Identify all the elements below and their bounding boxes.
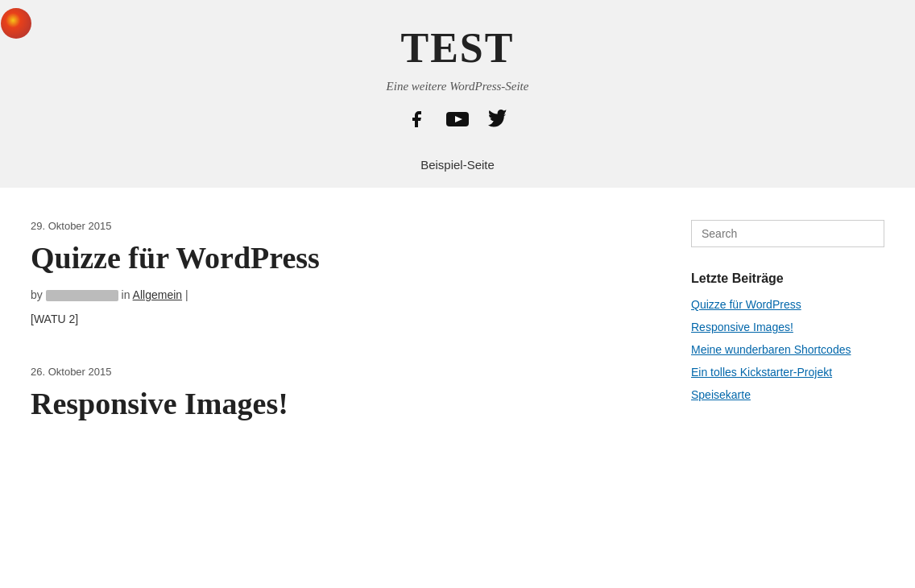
list-item: Quizze für WordPress [691, 297, 884, 312]
site-title: TEST [16, 24, 899, 72]
recent-post-link-3[interactable]: Ein tolles Kickstarter-Projekt [691, 366, 832, 379]
main-navigation: Beispiel-Seite [16, 150, 899, 172]
post-1-meta: by in Allgemein | [31, 288, 643, 301]
post-1-date: 29. Oktober 2015 [31, 220, 643, 232]
recent-post-link-4[interactable]: Speisekarte [691, 388, 751, 401]
post-1-author-label: by [31, 288, 43, 301]
post-1-author-redacted [46, 290, 118, 301]
list-item: Meine wunderbaren Shortcodes [691, 342, 884, 357]
post-2-date: 26. Oktober 2015 [31, 366, 643, 378]
post-1-category-label: in [122, 288, 133, 301]
youtube-icon[interactable] [446, 110, 469, 134]
site-header: TEST Eine weitere WordPress-Seite Beispi… [0, 0, 915, 188]
twitter-icon[interactable] [488, 110, 507, 134]
post-1-category-link[interactable]: Allgemein [133, 288, 182, 301]
post-1: 29. Oktober 2015 Quizze für WordPress by… [31, 220, 643, 325]
post-2: 26. Oktober 2015 Responsive Images! [31, 366, 643, 423]
sidebar: Letzte Beiträge Quizze für WordPress Res… [691, 220, 884, 462]
recent-post-link-0[interactable]: Quizze für WordPress [691, 298, 801, 311]
list-item: Ein tolles Kickstarter-Projekt [691, 365, 884, 379]
recent-post-link-2[interactable]: Meine wunderbaren Shortcodes [691, 343, 851, 356]
site-content: 29. Oktober 2015 Quizze für WordPress by… [14, 188, 901, 495]
svg-point-0 [1, 8, 31, 39]
post-1-separator: | [185, 288, 188, 301]
post-1-title[interactable]: Quizze für WordPress [31, 240, 643, 277]
list-item: Responsive Images! [691, 320, 884, 334]
post-1-title-link[interactable]: Quizze für WordPress [31, 241, 320, 275]
social-icons-bar [16, 110, 899, 134]
facebook-icon[interactable] [408, 110, 427, 134]
site-logo [0, 8, 32, 40]
search-input[interactable] [691, 220, 884, 247]
list-item: Speisekarte [691, 387, 884, 402]
main-content: 29. Oktober 2015 Quizze für WordPress by… [31, 220, 643, 462]
nav-beispiel-seite[interactable]: Beispiel-Seite [420, 158, 495, 172]
post-1-shortcode: [WATU 2] [31, 313, 643, 325]
recent-posts-heading: Letzte Beiträge [691, 271, 884, 286]
recent-post-link-1[interactable]: Responsive Images! [691, 321, 793, 333]
recent-posts-widget: Letzte Beiträge Quizze für WordPress Res… [691, 271, 884, 402]
post-2-title-link[interactable]: Responsive Images! [31, 387, 288, 420]
recent-posts-list: Quizze für WordPress Responsive Images! … [691, 297, 884, 402]
post-2-title[interactable]: Responsive Images! [31, 386, 643, 423]
site-description: Eine weitere WordPress-Seite [16, 80, 899, 93]
